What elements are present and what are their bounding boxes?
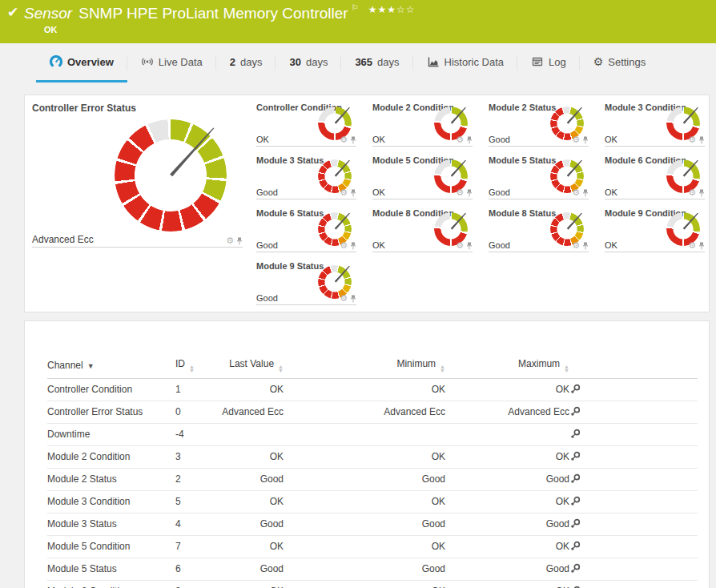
table-row[interactable]: Module 2 Status 2 Good Good Good: [47, 469, 698, 491]
pin-icon[interactable]: [350, 136, 356, 144]
table-row[interactable]: Module 6 Condition 9 OK OK OK: [47, 581, 698, 588]
sort-icon: ▲▼: [440, 364, 445, 373]
channel-settings-icon[interactable]: [569, 451, 581, 462]
channel-settings-icon[interactable]: [569, 406, 581, 417]
tab-30-days[interactable]: 30 days: [276, 43, 341, 83]
gauge-cell[interactable]: Module 6 Condition OK ⚙: [597, 148, 710, 201]
gear-icon[interactable]: ⚙: [688, 188, 696, 197]
tab-overview[interactable]: Overview: [36, 43, 127, 83]
tab-settings[interactable]: ⚙ Settings: [580, 43, 660, 83]
chart-icon: [427, 55, 440, 68]
channel-name[interactable]: Controller Error Status: [47, 401, 175, 424]
channel-name[interactable]: Module 3 Condition: [47, 491, 175, 513]
tab-log[interactable]: Log: [517, 43, 580, 83]
channel-name[interactable]: Downtime: [47, 424, 175, 446]
pin-icon[interactable]: [698, 242, 705, 250]
gauge-cell[interactable]: Module 6 Status Good ⚙: [249, 201, 361, 254]
table-row[interactable]: Controller Error Status 0 Advanced Ecc A…: [47, 401, 698, 424]
gear-icon[interactable]: ⚙: [456, 241, 464, 250]
tab-label: Overview: [67, 56, 114, 68]
gear-icon[interactable]: ⚙: [456, 188, 464, 197]
channel-name[interactable]: Controller Condition: [47, 379, 175, 401]
table-row[interactable]: Controller Condition 1 OK OK OK: [47, 379, 698, 401]
priority-stars[interactable]: ★★★☆☆: [368, 4, 416, 15]
pin-icon[interactable]: [466, 189, 473, 197]
gear-icon[interactable]: ⚙: [688, 135, 696, 144]
pin-icon[interactable]: [350, 295, 356, 303]
tab-label: Live Data: [159, 56, 203, 68]
gauge-cell[interactable]: Module 8 Status Good ⚙: [481, 201, 593, 254]
gauge-cell[interactable]: Module 9 Condition OK ⚙: [597, 201, 710, 254]
col-header-id[interactable]: ID▲▼: [175, 353, 215, 379]
channel-settings-icon[interactable]: [569, 563, 581, 574]
gear-icon[interactable]: ⚙: [340, 241, 348, 250]
sensor-kicker: Sensor: [24, 5, 72, 22]
table-row[interactable]: Module 5 Status 6 Good Good Good: [47, 558, 698, 581]
col-header-channel[interactable]: Channel▼: [47, 353, 175, 379]
channel-name[interactable]: Module 6 Condition: [47, 581, 175, 588]
table-row[interactable]: Module 5 Condition 7 OK OK OK: [47, 536, 698, 558]
tab-365-days[interactable]: 365 days: [341, 43, 412, 83]
tab-2-days[interactable]: 2 days: [216, 43, 276, 83]
col-header-maximum[interactable]: Maximum▲▼: [445, 353, 569, 379]
gauge-cell[interactable]: Module 3 Status Good ⚙: [249, 148, 361, 201]
channel-name[interactable]: Module 5 Status: [47, 558, 175, 581]
sort-icon: ▲▼: [189, 364, 195, 373]
gauge-cell[interactable]: Controller Condition OK ⚙: [249, 95, 361, 148]
channel-settings-icon[interactable]: [569, 384, 581, 395]
gauge-cell[interactable]: Module 5 Condition OK ⚙: [365, 148, 477, 201]
table-row[interactable]: Module 3 Status 4 Good Good Good: [47, 513, 698, 536]
sort-desc-icon: ▼: [87, 362, 95, 370]
gauge-cell[interactable]: Module 2 Status Good ⚙: [481, 95, 593, 148]
main-gauge-cell[interactable]: Controller Error Status Advanced Ecc ⚙: [25, 95, 247, 249]
channel-name[interactable]: Module 5 Condition: [47, 536, 175, 558]
gear-icon[interactable]: ⚙: [340, 294, 348, 303]
tab-bar: Overview Live Data 2 days 30 days 365 da…: [0, 43, 716, 83]
controller-error-status-gauge: [115, 119, 227, 232]
tab-live-data[interactable]: Live Data: [127, 43, 216, 83]
gear-icon[interactable]: ⚙: [226, 236, 234, 245]
pin-icon[interactable]: [350, 242, 356, 250]
gear-icon[interactable]: ⚙: [688, 241, 696, 250]
channel-name[interactable]: Module 3 Status: [47, 513, 175, 536]
gear-icon[interactable]: ⚙: [456, 135, 464, 144]
channel-name[interactable]: Module 2 Status: [47, 469, 175, 491]
flag-icon[interactable]: ⚐: [352, 3, 359, 12]
pin-icon[interactable]: [236, 237, 243, 245]
pin-icon[interactable]: [698, 189, 705, 197]
channel-settings-icon[interactable]: [569, 473, 581, 485]
gear-icon[interactable]: ⚙: [572, 241, 580, 250]
sort-icon: ▲▼: [564, 364, 569, 373]
gear-icon[interactable]: ⚙: [340, 135, 348, 144]
pin-icon[interactable]: [582, 189, 589, 197]
col-header-minimum[interactable]: Minimum▲▼: [284, 353, 445, 379]
channel-settings-icon[interactable]: [569, 496, 581, 507]
pin-icon[interactable]: [466, 136, 473, 144]
gear-icon[interactable]: ⚙: [572, 135, 580, 144]
gear-icon[interactable]: ⚙: [340, 188, 348, 197]
pin-icon[interactable]: [466, 242, 473, 250]
tab-label: days: [306, 56, 328, 68]
pin-icon[interactable]: [582, 242, 589, 250]
gauge-cell[interactable]: Module 3 Condition OK ⚙: [597, 95, 710, 148]
table-row[interactable]: Module 3 Condition 5 OK OK OK: [47, 491, 698, 513]
gauge-value: Advanced Ecc: [32, 234, 94, 245]
channel-settings-icon[interactable]: [569, 429, 581, 440]
pin-icon[interactable]: [350, 189, 356, 197]
table-row[interactable]: Module 2 Condition 3 OK OK OK: [47, 446, 698, 469]
col-header-last-value[interactable]: Last Value▲▼: [215, 353, 284, 379]
gauge-cell[interactable]: Module 8 Condition OK ⚙: [365, 201, 477, 254]
tab-historic-data[interactable]: Historic Data: [413, 43, 517, 83]
channel-name[interactable]: Module 2 Condition: [47, 446, 175, 469]
pin-icon[interactable]: [698, 136, 705, 144]
gear-icon[interactable]: ⚙: [572, 188, 580, 197]
gauge-cell[interactable]: Module 9 Status Good ⚙: [249, 254, 361, 307]
table-row[interactable]: Downtime -4: [47, 424, 698, 446]
channel-settings-icon[interactable]: [569, 518, 581, 530]
gauge-cell[interactable]: Module 2 Condition OK ⚙: [365, 95, 477, 148]
pin-icon[interactable]: [582, 136, 589, 144]
channel-settings-icon[interactable]: [569, 541, 581, 552]
status-check-icon: ✔: [7, 4, 18, 21]
gauge-cell[interactable]: Module 5 Status Good ⚙: [481, 148, 593, 201]
col-header-settings: [569, 353, 698, 379]
